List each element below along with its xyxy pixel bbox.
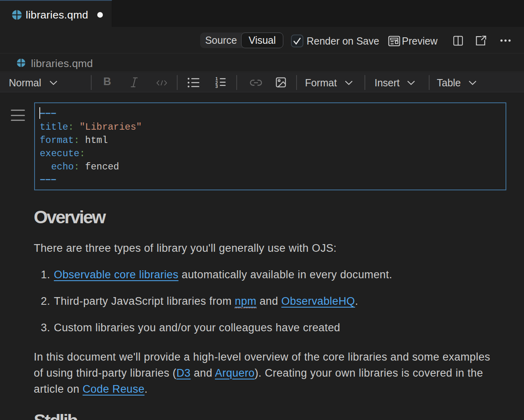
svg-text:3: 3 [215, 84, 218, 89]
